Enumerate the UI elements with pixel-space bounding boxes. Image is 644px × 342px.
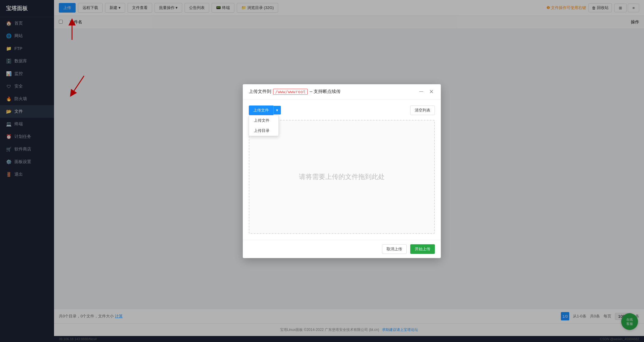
start-upload-button[interactable]: 开始上传 (410, 244, 435, 254)
upload-split-btn: 上传文件 ▾ 上传文件 上传目录 (249, 106, 281, 115)
modal-path: /www/wwwroot (273, 89, 308, 95)
modal-footer: 取消上传 开始上传 (243, 240, 441, 258)
modal-title: 上传文件到 /www/wwwroot -- 支持断点续传 (249, 89, 341, 95)
upload-file-option[interactable]: 上传文件 (249, 115, 278, 126)
upload-dropdown-menu: 上传文件 上传目录 (249, 115, 279, 136)
clear-list-button[interactable]: 清空列表 (410, 106, 435, 115)
upload-modal: 上传文件到 /www/wwwroot -- 支持断点续传 ─ ✕ 上传文件 ▾ … (243, 84, 441, 258)
upload-toolbar: 上传文件 ▾ 上传文件 上传目录 清空列表 (249, 106, 435, 115)
modal-close-button[interactable]: ✕ (428, 88, 435, 95)
modal-header: 上传文件到 /www/wwwroot -- 支持断点续传 ─ ✕ (243, 84, 441, 100)
upload-file-main-btn[interactable]: 上传文件 (249, 106, 273, 115)
upload-drop-area[interactable]: 请将需要上传的文件拖到此处 (249, 120, 435, 234)
modal-minimize-button[interactable]: ─ (418, 88, 424, 95)
upload-btn-group: 上传文件 ▾ (249, 106, 281, 115)
upload-dropdown-arrow[interactable]: ▾ (273, 106, 281, 114)
cancel-upload-button[interactable]: 取消上传 (382, 244, 407, 254)
modal-body: 上传文件 ▾ 上传文件 上传目录 清空列表 请将需要上传的文件拖到此处 (243, 100, 441, 240)
drop-hint: 请将需要上传的文件拖到此处 (299, 172, 385, 181)
upload-folder-option[interactable]: 上传目录 (249, 126, 278, 136)
